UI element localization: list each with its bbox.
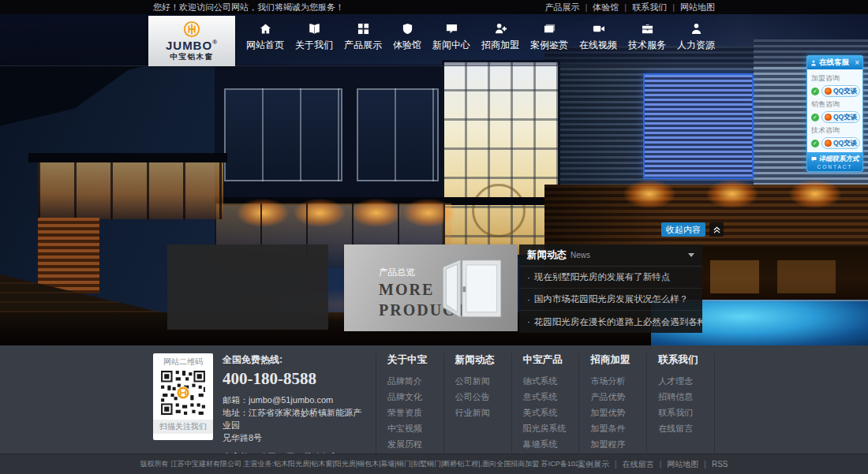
logo-reg-mark: ® <box>212 39 218 46</box>
footer-link[interactable]: 公司新闻 <box>455 373 511 389</box>
book-icon <box>309 23 320 35</box>
topbar-link-sitemap[interactable]: 网站地图 <box>667 2 715 13</box>
top-bar: 您好！欢迎访问公司网站，我们将竭诚为您服务！ 产品展示 体验馆 联系我们 网站地… <box>0 0 868 14</box>
footer-link[interactable]: 幕墙系统 <box>523 436 579 452</box>
footer-column-title: 招商加盟 <box>590 353 646 367</box>
topbar-links: 产品展示 体验馆 联系我们 网站地图 <box>544 2 715 13</box>
footer-column-title: 新闻动态 <box>455 353 511 367</box>
nav-label: 关于我们 <box>295 39 333 52</box>
nav-item-experience[interactable]: 体验馆 <box>393 23 421 52</box>
qr-caption: 扫描关注我们 <box>153 420 213 434</box>
hotline-label: 全国免费热线: <box>223 353 369 367</box>
nav-label: 招商加盟 <box>481 39 519 52</box>
footer-column-title: 中宝产品 <box>523 353 579 367</box>
footer-link[interactable]: 市场分析 <box>590 373 646 389</box>
footer-link[interactable]: 中宝视频 <box>387 420 443 436</box>
footer-link[interactable]: 品牌简介 <box>387 373 443 389</box>
nav-item-join[interactable]: 招商加盟 <box>481 23 519 52</box>
qq-chat-button-join[interactable]: QQ交谈 <box>821 85 860 97</box>
hero-blue-shutter <box>643 73 754 179</box>
footer-link[interactable]: 加盟条件 <box>590 420 646 436</box>
footer-link[interactable]: 发展历程 <box>387 436 443 452</box>
topbar-link-experience[interactable]: 体验馆 <box>579 2 619 13</box>
nav-label: 网站首页 <box>246 39 284 52</box>
more-products-box[interactable]: 产品总览 MORE PRODUCTS <box>344 244 518 331</box>
topbar-link-contact[interactable]: 联系我们 <box>619 2 667 13</box>
qq-group-row: ✓ QQ交谈 <box>811 111 859 123</box>
nav-label: 在线视频 <box>579 39 617 52</box>
nav-label: 产品展示 <box>344 39 382 52</box>
footer-link[interactable]: 公司公告 <box>455 389 511 405</box>
footer-link[interactable]: 联系我们 <box>658 405 714 420</box>
chat-bubble-icon <box>811 156 817 162</box>
qq-chat-button-sales[interactable]: QQ交谈 <box>821 111 860 123</box>
nav-item-products[interactable]: 产品展示 <box>344 23 382 52</box>
nav-item-about[interactable]: 关于我们 <box>295 23 333 52</box>
footer-link[interactable]: 人才理念 <box>658 373 714 389</box>
collapse-top-button[interactable] <box>709 222 724 237</box>
news-subtitle: News <box>571 251 688 259</box>
nav-item-video[interactable]: 在线视频 <box>579 23 617 52</box>
jumbo-emblem-icon <box>183 21 200 38</box>
footer-column-title: 联系我们 <box>658 353 714 367</box>
footer-link[interactable]: 加盟优势 <box>590 405 646 420</box>
bottom-link-sitemap[interactable]: 网站地图 <box>654 459 699 470</box>
footer-link[interactable]: 在线留言 <box>658 420 714 436</box>
close-icon[interactable]: × <box>855 59 859 67</box>
person-icon <box>690 23 702 35</box>
news-item[interactable]: 花园阳光房在漫长的道路上必然会遇到各种挑战 <box>519 311 702 333</box>
bottom-link-message[interactable]: 在线留言 <box>609 459 654 470</box>
check-icon: ✓ <box>811 88 819 95</box>
shield-icon <box>402 23 413 35</box>
contact-caption: CONTACT <box>817 164 853 170</box>
nav-item-cases[interactable]: 案例鉴赏 <box>530 23 568 52</box>
footer-link[interactable]: 意式系统 <box>523 389 579 405</box>
nav-item-service[interactable]: 技术服务 <box>628 23 666 52</box>
footer-link[interactable]: 阳光房系统 <box>523 420 579 436</box>
footer-link[interactable]: 产品优势 <box>590 389 646 405</box>
qq-chat-label: QQ交谈 <box>833 87 857 96</box>
bottom-link-cases[interactable]: 案例展示 <box>578 459 609 470</box>
qq-chat-label: QQ交谈 <box>833 113 857 122</box>
hero-spiral-stair <box>472 184 526 237</box>
nav-label: 案例鉴赏 <box>530 39 568 52</box>
logo-name: 中宝铝木窗 <box>170 52 214 62</box>
logo[interactable]: JUMBO® 中宝铝木窗 <box>148 16 235 66</box>
footer-link[interactable]: 德式系统 <box>523 373 579 389</box>
welcome-text: 您好！欢迎访问公司网站，我们将竭诚为您服务！ <box>153 2 344 13</box>
footer-link[interactable]: 招聘信息 <box>658 389 714 405</box>
qq-penguin-icon <box>825 88 832 95</box>
news-title: 新闻动态 <box>527 248 567 262</box>
main-navbar: JUMBO® 中宝铝木窗 网站首页 关于我们 产品展示 <box>0 14 868 66</box>
nav-item-home[interactable]: 网站首页 <box>246 23 284 52</box>
nav-label: 新闻中心 <box>432 39 470 52</box>
home-icon <box>260 23 271 35</box>
briefcase-icon <box>642 23 653 35</box>
footer: 网站二维码 <box>0 345 868 453</box>
qq-chat-label: QQ交谈 <box>833 139 857 148</box>
footer-link[interactable]: 行业新闻 <box>455 405 511 420</box>
hero-window <box>357 88 439 181</box>
collapse-content-button[interactable]: 收起内容 <box>661 222 705 237</box>
news-item[interactable]: 现在别墅阳光房的发展有了新特点 <box>519 267 702 289</box>
qq-group-label: 加盟咨询 <box>811 73 859 84</box>
footer-link[interactable]: 加盟程序 <box>590 436 646 452</box>
footer-link[interactable]: 品牌文化 <box>387 389 443 405</box>
qr-card: 网站二维码 <box>153 353 213 440</box>
person-plus-icon <box>495 23 507 35</box>
bottom-link-rss[interactable]: RSS <box>698 460 728 468</box>
hero-lit-window <box>777 260 836 293</box>
news-item[interactable]: 国内市场花园阳光房发展状况怎么样？ <box>519 289 702 311</box>
qq-chat-button-tech[interactable]: QQ交谈 <box>821 137 860 149</box>
hotline-number: 400-180-8588 <box>223 369 369 389</box>
footer-link[interactable]: 荣誉资质 <box>387 405 443 420</box>
caret-down-icon[interactable] <box>688 253 694 257</box>
topbar-link-products[interactable]: 产品展示 <box>544 2 579 13</box>
contact-address: 地址：江苏省张家港妙桥镇新能源产业园 兄华路8号 <box>223 406 369 444</box>
contact-detail-label: 详细联系方式 <box>819 155 859 164</box>
nav-item-news[interactable]: 新闻中心 <box>432 23 470 52</box>
nav-item-hr[interactable]: 人力资源 <box>677 23 715 52</box>
contact-detail-button[interactable]: 详细联系方式 CONTACT <box>807 152 862 171</box>
person-icon <box>810 60 817 66</box>
footer-link[interactable]: 美式系统 <box>523 405 579 420</box>
